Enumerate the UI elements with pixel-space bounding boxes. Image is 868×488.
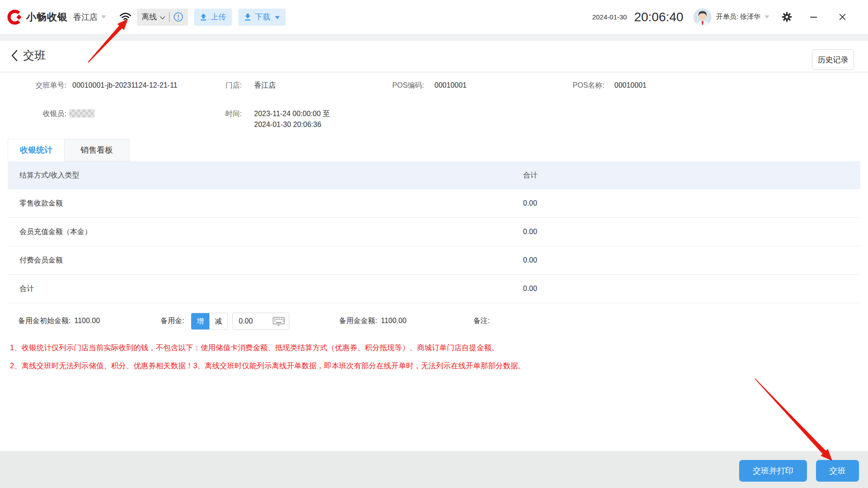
divider (169, 12, 170, 22)
reserve-amount-input[interactable] (239, 317, 270, 325)
row-label: 付费会员金额 (8, 256, 63, 265)
reserve-total: 备用金金额:1100.00 (339, 312, 406, 330)
current-time: 20:06:40 (634, 10, 684, 24)
back-chevron-icon (11, 50, 18, 61)
cashier-name-redacted (69, 109, 94, 117)
time-label: 时间: (206, 108, 242, 119)
settlement-table: 结算方式/收入类型 合计 零售收款金额 0.00 会员充值金额（本金） 0.00… (8, 161, 860, 303)
shift-info-section: 交班单号: 00010001-jb-20231124-12-21-11 门店: … (0, 73, 868, 136)
user-avatar[interactable] (693, 8, 712, 26)
app-window: 小畅收银 香江店 离线 (0, 0, 868, 488)
wifi-icon (119, 12, 132, 22)
reserve-amount-field[interactable] (232, 313, 289, 330)
table-row-total: 合计 0.00 (8, 275, 860, 303)
pos-name-value: 00010001 (614, 80, 646, 91)
offline-status-label: 离线 (142, 12, 157, 22)
shift-and-print-button[interactable]: 交班并打印 (739, 460, 807, 482)
row-label: 合计 (8, 284, 34, 294)
download-button[interactable]: 下载 (238, 9, 286, 26)
store-field-label: 门店: (206, 80, 242, 91)
row-label: 零售收款金额 (8, 199, 63, 208)
table-row: 零售收款金额 0.00 (8, 189, 860, 218)
note-line-2: 2、离线交班时无法列示储值、积分、优惠券相关数据！3、离线交班时仅能列示离线开单… (10, 361, 778, 371)
keyboard-icon[interactable] (273, 317, 285, 326)
time-value-line2: 2024-01-30 20:06:36 (254, 119, 321, 130)
reserve-total-label: 备用金金额: (339, 317, 377, 324)
cashier-label: 收银员: (18, 108, 66, 119)
row-value: 0.00 (523, 256, 537, 264)
upload-button[interactable]: 上传 (194, 9, 232, 26)
download-chevron-down-icon[interactable] (275, 16, 280, 19)
close-button[interactable] (839, 13, 846, 21)
pos-code-value: 00010001 (434, 80, 467, 91)
page-title-bar: 交班 历史记录 (0, 41, 868, 71)
operator-chevron-down-icon[interactable] (764, 15, 770, 19)
decrease-toggle[interactable]: 减 (209, 313, 227, 329)
reserve-cash-section: 备用金初始金额:1100.00 备用金: 增 减 (0, 312, 868, 332)
reserve-initial: 备用金初始金额:1100.00 (18, 312, 100, 330)
annotation-arrow-shift-button (755, 379, 832, 461)
note-line-1: 1、收银统计仅列示门店当前实际收到的钱，不包含以下：使用储值卡消费金额、抵现类结… (10, 343, 778, 352)
reserve-initial-value: 1100.00 (74, 317, 100, 324)
store-field-value: 香江店 (254, 80, 276, 91)
table-row: 会员充值金额（本金） 0.00 (8, 218, 860, 246)
settings-gear-icon[interactable] (782, 12, 792, 22)
table-header-row: 结算方式/收入类型 合计 (8, 161, 860, 189)
reserve-adjust-label: 备用金: (160, 312, 184, 330)
reserve-total-value: 1100.00 (381, 317, 406, 324)
minimize-button[interactable] (810, 17, 817, 18)
stats-tabs: 收银统计 销售看板 (8, 139, 129, 161)
row-value: 0.00 (523, 285, 537, 293)
time-value-line1: 2023-11-24 00:00:00 至 (254, 108, 330, 119)
tab-cashier-stats[interactable]: 收银统计 (8, 139, 65, 161)
pos-code-label: POS编码: (375, 80, 424, 91)
store-selector[interactable]: 香江店 (73, 12, 98, 23)
row-value: 0.00 (523, 199, 537, 207)
row-value: 0.00 (523, 228, 537, 236)
history-records-button[interactable]: 历史记录 (812, 49, 854, 70)
reserve-adjust-toggle: 增 减 (191, 313, 228, 330)
shift-no-label: 交班单号: (18, 80, 66, 91)
upload-icon (200, 14, 207, 21)
increase-toggle[interactable]: 增 (191, 313, 209, 329)
reserve-initial-label: 备用金初始金额: (18, 317, 71, 324)
download-icon (244, 14, 251, 21)
pos-name-label: POS名称: (555, 80, 604, 91)
shift-no-value: 00010001-jb-20231124-12-21-11 (72, 80, 183, 91)
back-button[interactable]: 交班 (11, 48, 46, 63)
footer-bar: 交班并打印 交班 (0, 451, 868, 488)
download-label: 下载 (255, 12, 270, 22)
top-bar: 小畅收银 香江店 离线 (0, 0, 868, 34)
shift-button[interactable]: 交班 (816, 460, 859, 482)
header-total: 合计 (523, 171, 538, 180)
current-date: 2024-01-30 (592, 13, 627, 21)
network-status-dropdown[interactable]: 离线 (137, 9, 188, 26)
remark-label: 备注: (473, 312, 490, 330)
section-gap (0, 34, 868, 41)
tab-sales-board[interactable]: 销售看板 (65, 139, 129, 161)
row-label: 会员充值金额（本金） (8, 227, 92, 237)
table-row: 付费会员金额 0.00 (8, 246, 860, 275)
header-settlement-type: 结算方式/收入类型 (8, 171, 79, 180)
offline-chevron-down-icon (160, 16, 165, 20)
store-chevron-down-icon[interactable] (101, 15, 107, 19)
upload-label: 上传 (211, 12, 226, 22)
page-title: 交班 (23, 48, 46, 63)
app-name: 小畅收银 (26, 10, 68, 24)
app-logo-icon (7, 9, 23, 25)
operator-selector[interactable]: 开单员: 徐泽华 (716, 13, 760, 21)
offline-warning-icon[interactable] (173, 12, 184, 22)
